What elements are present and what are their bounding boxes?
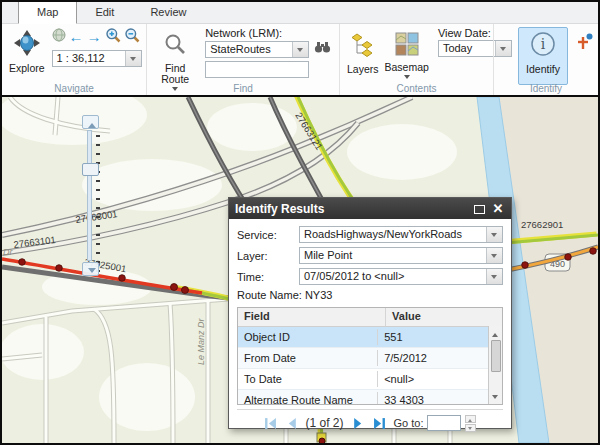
network-combobox[interactable]: StateRoutes [205, 41, 309, 58]
layers-icon [350, 32, 376, 62]
scroll-down-icon[interactable] [490, 391, 501, 403]
identify-label: Identify [526, 64, 560, 75]
map-viewport[interactable]: 490 [2, 95, 598, 443]
identify-results-dialog: Identify Results ✕ Service: RoadsHighway… [228, 197, 512, 429]
navigate-group-label: Navigate [2, 83, 146, 94]
dialog-titlebar[interactable]: Identify Results ✕ [229, 198, 511, 219]
dialog-title: Identify Results [235, 202, 324, 216]
close-icon[interactable]: ✕ [491, 202, 505, 216]
value-column-header: Value [386, 308, 502, 326]
spinner-down-icon[interactable] [465, 424, 476, 432]
goto-spinner[interactable] [465, 415, 476, 432]
zoom-slider-up-button[interactable] [82, 115, 99, 129]
goto-label: Go to: [394, 417, 424, 429]
route-name-label: Route Name: [237, 289, 302, 301]
maximize-icon[interactable] [472, 202, 486, 216]
binoculars-icon[interactable] [314, 40, 331, 58]
cell-field: To Date [238, 371, 378, 387]
cell-value: 33 4303 [378, 392, 488, 405]
route-name-value: NY33 [305, 289, 333, 301]
layer-dropdown-icon[interactable] [486, 248, 502, 263]
scale-combobox[interactable]: 1 : 36,112 [52, 50, 142, 67]
tab-edit[interactable]: Edit [77, 2, 132, 23]
zoom-slider-thumb[interactable] [82, 163, 99, 176]
find-route-label: Find Route [158, 63, 192, 85]
zoom-slider-down-button[interactable] [82, 262, 99, 276]
zoom-slider-ticks [96, 135, 100, 273]
explore-pan-icon [13, 29, 41, 61]
time-dropdown-icon[interactable] [486, 269, 502, 284]
tab-map[interactable]: Map [18, 1, 77, 24]
cell-field: From Date [238, 350, 378, 366]
map-zoom-slider[interactable] [80, 115, 102, 277]
scroll-up-icon[interactable] [490, 327, 501, 339]
next-page-icon[interactable] [352, 417, 365, 430]
basemap-label: Basemap [385, 62, 429, 73]
table-row[interactable]: Alternate Route Name 33 4303 [238, 390, 502, 405]
find-route-magnifier-icon [163, 33, 187, 61]
page-indicator: (1 of 2) [306, 416, 344, 430]
last-page-icon[interactable] [373, 417, 386, 430]
service-value: RoadsHighways/NewYorkRoads [300, 227, 486, 242]
layers-button[interactable]: Layers [344, 30, 382, 77]
identify-button[interactable]: i Identify [518, 27, 568, 85]
table-header: Field Value [238, 308, 502, 327]
network-value: StateRoutes [206, 42, 292, 57]
view-date-value: Today [439, 41, 495, 56]
next-extent-icon[interactable]: → [87, 30, 102, 44]
layer-value: Mile Point [300, 248, 486, 263]
scale-value: 1 : 36,112 [53, 51, 125, 66]
time-value: 07/05/2012 to <null> [300, 269, 486, 284]
network-lrm-label: Network (LRM): [205, 27, 335, 40]
map-label-street-dr: Dr [3, 247, 13, 257]
cell-value: <null> [378, 371, 488, 387]
table-scrollbar[interactable] [488, 326, 502, 404]
cell-field: Object ID [238, 329, 378, 345]
table-row[interactable]: From Date 7/5/2012 [238, 348, 502, 369]
table-row[interactable]: To Date <null> [238, 369, 502, 390]
layer-label: Layer: [237, 250, 299, 262]
previous-extent-icon[interactable]: ← [69, 30, 84, 44]
find-group-label: Find [147, 83, 339, 94]
basemap-button[interactable]: Basemap [382, 30, 432, 84]
find-route-secondary-value [206, 62, 308, 77]
identify-icon: i [529, 30, 557, 62]
time-combobox[interactable]: 07/05/2012 to <null> [299, 268, 503, 285]
cell-value: 7/5/2012 [378, 350, 488, 366]
ribbon-group-contents: Layers Basemap View Date: [339, 24, 493, 95]
service-dropdown-icon[interactable] [486, 227, 502, 242]
time-label: Time: [237, 271, 299, 283]
contents-group-label: Contents [340, 83, 493, 94]
identify-route-tool-icon[interactable] [576, 33, 594, 55]
explore-button[interactable]: Explore [6, 27, 48, 76]
zoom-out-icon[interactable] [124, 27, 140, 47]
ribbon-group-identify: i Identify Identify [493, 24, 598, 95]
network-dropdown-icon[interactable] [292, 42, 308, 57]
scale-dropdown-icon[interactable] [125, 51, 141, 66]
app-window: Map Edit Review Explore [0, 0, 600, 445]
map-label-street-lemanz: Le Manz Dr [196, 317, 206, 365]
find-route-secondary-field[interactable] [205, 61, 309, 78]
tab-review[interactable]: Review [132, 2, 204, 23]
ribbon-tabstrip: Map Edit Review [2, 2, 598, 24]
layers-label: Layers [347, 64, 379, 75]
first-page-icon[interactable] [264, 417, 277, 430]
full-extent-globe-icon[interactable] [52, 28, 66, 46]
svg-text:i: i [541, 36, 546, 52]
table-row[interactable]: Object ID 551 [238, 327, 502, 348]
cell-value: 551 [378, 329, 488, 345]
spinner-up-icon[interactable] [465, 415, 476, 423]
previous-page-icon[interactable] [285, 417, 298, 430]
service-label: Service: [237, 229, 299, 241]
ribbon-group-find: Find Route Network (LRM): StateRoutes [146, 24, 339, 95]
zoom-slider-track[interactable] [87, 130, 92, 261]
goto-page-input[interactable] [427, 415, 461, 431]
ribbon: Explore ← → 1 : 36,112 [2, 24, 598, 95]
layer-combobox[interactable]: Mile Point [299, 247, 503, 264]
pagination-bar: (1 of 2) Go to: [237, 409, 503, 436]
service-combobox[interactable]: RoadsHighways/NewYorkRoads [299, 226, 503, 243]
zoom-in-icon[interactable] [105, 27, 121, 47]
route-name-row: Route Name: NY33 [237, 289, 503, 304]
attributes-table: Field Value Object ID 551 From Date 7/5/… [237, 307, 503, 405]
scrollbar-thumb[interactable] [491, 340, 501, 372]
